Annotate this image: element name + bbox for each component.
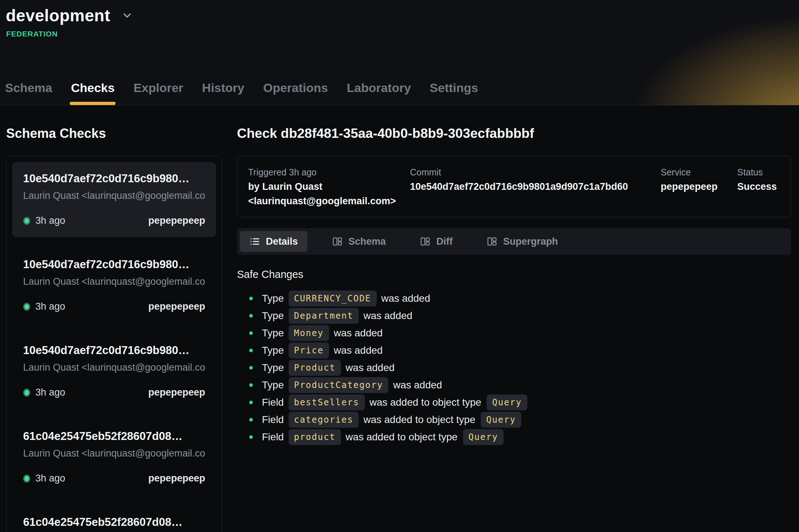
status-dot: [23, 217, 30, 225]
change-code-chip: Department: [289, 308, 359, 324]
check-list-item[interactable]: 61c04e25475eb52f28607d08…Laurin Quast <l…: [12, 506, 216, 532]
bullet-icon: [249, 366, 253, 370]
change-kind: Field: [262, 414, 284, 426]
check-service: pepepepeep: [148, 387, 205, 398]
change-text: was added to object type: [346, 431, 458, 443]
page-header: development FEDERATION SchemaChecksExplo…: [0, 0, 799, 105]
triggered-author: by Laurin Quast: [248, 179, 410, 194]
main-content: Schema Checks 10e540d7aef72c0d716c9b980……: [0, 105, 799, 532]
view-tab-label: Diff: [436, 236, 453, 247]
change-code-chip: ProductCategory: [289, 377, 389, 393]
tab-settings[interactable]: Settings: [430, 81, 478, 105]
change-item: TypeProductCategorywas added: [237, 376, 791, 394]
tab-checks[interactable]: Checks: [71, 81, 115, 105]
change-code-chip: Money: [289, 325, 329, 341]
tab-schema[interactable]: Schema: [5, 81, 52, 105]
federation-badge: FEDERATION: [6, 30, 799, 38]
check-list-item[interactable]: 10e540d7aef72c0d716c9b980…Laurin Quast <…: [12, 248, 216, 323]
project-row: development: [0, 0, 799, 25]
summary-status: Status Success: [737, 165, 780, 208]
triggered-email: <laurinquast@googlemail.com>: [248, 194, 410, 208]
check-list-item[interactable]: 61c04e25475eb52f28607d08…Laurin Quast <l…: [12, 420, 216, 495]
change-item: TypeDepartmentwas added: [237, 307, 791, 324]
change-kind: Type: [262, 362, 284, 374]
tab-laboratory[interactable]: Laboratory: [347, 81, 411, 105]
check-service: pepepepeep: [148, 215, 205, 226]
view-tab-label: Supergraph: [503, 236, 558, 247]
check-hash: 61c04e25475eb52f28607d08…: [23, 430, 205, 443]
change-text: was added to object type: [363, 414, 475, 426]
check-hash: 10e540d7aef72c0d716c9b980…: [23, 344, 205, 357]
change-item: Fieldcategorieswas added to object typeQ…: [237, 411, 791, 428]
columns-icon: [487, 236, 497, 247]
safe-changes-title: Safe Changes: [237, 269, 791, 280]
bullet-icon: [249, 418, 253, 422]
change-code-chip: bestSellers: [289, 394, 365, 410]
check-author: Laurin Quast <laurinquast@googlemail.co…: [23, 190, 205, 201]
tab-operations[interactable]: Operations: [263, 81, 328, 105]
view-tab-diff[interactable]: Diff: [410, 231, 462, 252]
change-text: was added: [334, 327, 383, 339]
tab-history[interactable]: History: [202, 81, 244, 105]
bullet-icon: [249, 383, 253, 387]
check-footer: 3h agopepepepeep: [23, 301, 205, 312]
change-kind: Field: [262, 397, 284, 408]
bullet-icon: [249, 435, 253, 439]
changes-list: TypeCURRENCY_CODEwas addedTypeDepartment…: [237, 290, 791, 446]
check-time: 3h ago: [35, 215, 65, 226]
check-time: 3h ago: [35, 473, 65, 484]
change-code-chip: CURRENCY_CODE: [289, 291, 377, 306]
status-dot: [23, 389, 30, 397]
check-detail-panel: Check db28f481-35aa-40b0-b8b9-303ecfabbb…: [237, 126, 791, 532]
check-author: Laurin Quast <laurinquast@googlemail.co…: [23, 276, 205, 287]
service-label: Service: [661, 165, 737, 179]
change-text: was added: [363, 310, 412, 322]
check-service: pepepepeep: [148, 473, 205, 484]
summary-service: Service pepepepeep: [661, 165, 737, 208]
change-item: FieldbestSellerswas added to object type…: [237, 394, 791, 411]
check-list-item[interactable]: 10e540d7aef72c0d716c9b980…Laurin Quast <…: [12, 334, 216, 409]
change-text: was added: [393, 379, 442, 391]
change-kind: Type: [262, 293, 284, 304]
commit-hash: 10e540d7aef72c0d716c9b9801a9d907c1a7bd60: [410, 179, 661, 194]
check-list-item[interactable]: 10e540d7aef72c0d716c9b980…Laurin Quast <…: [12, 162, 216, 237]
change-kind: Type: [262, 310, 284, 322]
check-service: pepepepeep: [148, 301, 205, 312]
project-title: development: [6, 6, 110, 25]
check-hash: 10e540d7aef72c0d716c9b980…: [23, 172, 205, 185]
change-kind: Type: [262, 345, 284, 356]
check-footer: 3h agopepepepeep: [23, 215, 205, 226]
check-footer: 3h agopepepepeep: [23, 387, 205, 398]
tab-explorer[interactable]: Explorer: [133, 81, 183, 105]
change-item: TypeMoneywas added: [237, 324, 791, 342]
check-author: Laurin Quast <laurinquast@googlemail.co…: [23, 448, 205, 459]
change-code-chip-secondary: Query: [487, 394, 527, 410]
commit-label: Commit: [410, 165, 661, 179]
chevron-down-icon[interactable]: [121, 9, 133, 22]
bullet-icon: [249, 349, 253, 352]
change-code-chip-secondary: Query: [463, 429, 504, 445]
view-tab-supergraph[interactable]: Supergraph: [477, 231, 567, 252]
status-value: Success: [737, 179, 780, 194]
change-code-chip: Price: [289, 343, 329, 358]
status-dot: [23, 303, 30, 311]
summary-commit: Commit 10e540d7aef72c0d716c9b9801a9d907c…: [410, 165, 661, 208]
check-hash: 10e540d7aef72c0d716c9b980…: [23, 258, 205, 271]
schema-checks-title: Schema Checks: [6, 126, 222, 141]
view-tab-details[interactable]: Details: [240, 231, 307, 252]
change-text: was added: [381, 293, 430, 304]
bullet-icon: [249, 314, 253, 318]
status-dot: [23, 475, 30, 483]
change-item: Fieldproductwas added to object typeQuer…: [237, 428, 791, 446]
check-footer: 3h agopepepepeep: [23, 473, 205, 484]
change-kind: Field: [262, 431, 284, 443]
status-label: Status: [737, 165, 780, 179]
check-summary-box: Triggered 3h ago by Laurin Quast <laurin…: [237, 156, 791, 217]
view-tab-schema[interactable]: Schema: [323, 231, 396, 252]
check-author: Laurin Quast <laurinquast@googlemail.co…: [23, 362, 205, 373]
triggered-label: Triggered 3h ago: [248, 165, 410, 179]
view-tab-label: Details: [266, 236, 298, 247]
top-nav-tabs: SchemaChecksExplorerHistoryOperationsLab…: [5, 81, 478, 105]
check-hash: 61c04e25475eb52f28607d08…: [23, 516, 205, 529]
summary-triggered: Triggered 3h ago by Laurin Quast <laurin…: [248, 165, 410, 208]
